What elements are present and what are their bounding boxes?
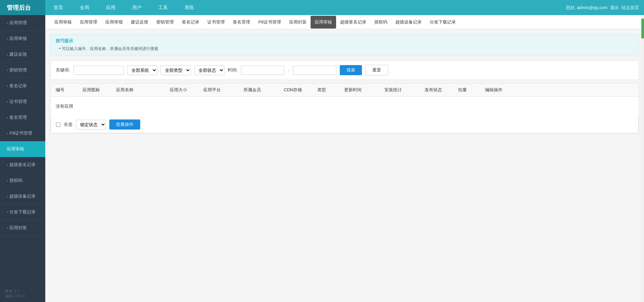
sub-nav-super-sign-record[interactable]: 超级签名记录	[336, 16, 370, 29]
system-select[interactable]: 全部系统	[127, 65, 157, 75]
chevron-icon: ›	[7, 179, 8, 183]
col-id: 编号	[56, 87, 83, 93]
sub-nav-app-review-active[interactable]: 应用审核	[311, 16, 336, 29]
table-container: 编号 应用图标 应用名称 应用大小 应用平台 所属会员 CDN存储 类型 更新时…	[50, 83, 639, 134]
search-button[interactable]: 搜索	[340, 65, 362, 75]
top-nav: 首页 全局 应用 用户 工具 系统	[45, 0, 561, 15]
keyword-label: 关键词:	[56, 67, 70, 73]
sidebar-item-app-packaging[interactable]: › 应用封装	[0, 220, 45, 236]
time-to-input[interactable]	[293, 66, 336, 75]
main-content: 应用审核 应用管理 应用举报 建议反馈 密钥管理 签名记录 证书管理 签名管理 …	[45, 15, 644, 302]
sidebar-item-cert-management[interactable]: › 证书管理	[0, 94, 45, 110]
keyword-input[interactable]	[73, 66, 124, 75]
sidebar-item-label: 超级签名记录	[9, 162, 36, 168]
tips-item: 可以输入编号、应用名称、所属会员等关键词进行搜索	[56, 46, 634, 52]
logout-link[interactable]: 退出	[610, 5, 619, 11]
sidebar-item-sign-management[interactable]: › 签名管理	[0, 110, 45, 125]
nav-system[interactable]: 系统	[176, 0, 202, 15]
site-home-link[interactable]: 站点首页	[622, 5, 639, 11]
status-select[interactable]: 全部状态	[194, 65, 224, 75]
top-header: 管理后台 首页 全局 应用 用户 工具 系统 您好, admin@qq.com …	[0, 0, 644, 15]
chevron-icon: ›	[7, 84, 8, 88]
sidebar-item-label: 授权码	[9, 178, 22, 184]
sidebar-item-auth-code[interactable]: › 授权码	[0, 173, 45, 189]
sidebar-item-label: 应用审核	[7, 146, 24, 152]
sub-nav-auth-code[interactable]: 授权码	[370, 16, 391, 29]
col-operations: 编辑操作	[485, 87, 519, 93]
scrollbar-thumb[interactable]	[641, 18, 644, 39]
col-icon: 应用图标	[83, 87, 116, 93]
nav-global[interactable]: 全局	[71, 0, 98, 15]
chevron-icon: ›	[7, 53, 8, 56]
sub-nav-download-record[interactable]: 分发下载记录	[426, 16, 460, 29]
sidebar-item-feedback[interactable]: › 建议反馈	[0, 47, 45, 62]
table-empty-message: 没有应用	[51, 97, 639, 116]
chevron-icon: ›	[7, 37, 8, 41]
sidebar-item-secret-key[interactable]: › 密钥管理	[0, 62, 45, 78]
batch-operation-button[interactable]: 批量操作	[109, 119, 140, 130]
chevron-icon: ›	[7, 163, 8, 167]
sidebar-item-label: 超级设备记录	[9, 193, 36, 199]
sub-nav-app-report[interactable]: 应用举报	[101, 16, 127, 29]
type-select[interactable]: 全部类型	[161, 65, 191, 75]
sidebar: › 应用管理 › 应用举报 › 建议反馈 › 密钥管理 › 签名记录 › 证书管…	[0, 15, 45, 302]
sub-nav: 应用审核 应用管理 应用举报 建议反馈 密钥管理 签名记录 证书管理 签名管理 …	[45, 15, 644, 29]
sidebar-item-label: 建议反馈	[9, 51, 27, 57]
page-content: 技巧提示 可以输入编号、应用名称、所属会员等关键词进行搜索 关键词: 全部系统 …	[45, 29, 644, 302]
nav-user[interactable]: 用户	[124, 0, 150, 15]
search-bar: 关键词: 全部系统 全部类型 全部状态 时间: - 搜索 重置	[50, 60, 639, 80]
sidebar-item-download-record[interactable]: › 分发下载记录	[0, 204, 45, 220]
col-update-time: 更新时间	[344, 87, 384, 93]
time-label: 时间:	[228, 67, 238, 73]
chevron-icon: ›	[7, 210, 8, 214]
nav-tools[interactable]: 工具	[150, 0, 176, 15]
col-platform: 应用平台	[203, 87, 244, 93]
sub-nav-super-device-record[interactable]: 超级设备记录	[391, 16, 426, 29]
nav-home[interactable]: 首页	[45, 0, 71, 15]
sub-nav-app-management[interactable]: 应用管理	[76, 16, 101, 29]
sub-nav-secret-key[interactable]: 密钥管理	[152, 16, 178, 29]
nav-app[interactable]: 应用	[98, 0, 124, 15]
sidebar-item-label: 证书管理	[9, 99, 27, 105]
col-name: 应用名称	[116, 87, 170, 93]
sub-nav-app-review-1[interactable]: 应用审核	[50, 16, 76, 29]
version-info: 版本: 2.1	[5, 289, 40, 294]
sidebar-item-app-review[interactable]: 应用审核	[0, 141, 45, 157]
sidebar-item-super-sign-record[interactable]: › 超级签名记录	[0, 157, 45, 173]
reset-button[interactable]: 重置	[365, 65, 388, 76]
sidebar-item-sign-record[interactable]: › 签名记录	[0, 78, 45, 94]
sidebar-item-label: 分发下载记录	[9, 209, 36, 215]
chevron-icon: ›	[7, 226, 8, 230]
tips-title: 技巧提示	[56, 38, 634, 44]
sidebar-item-label: 密钥管理	[9, 67, 27, 73]
sub-nav-feedback[interactable]: 建议反馈	[127, 16, 152, 29]
time-from-input[interactable]	[241, 66, 284, 75]
encoding-info: 编码: UTF-8	[5, 294, 40, 299]
chevron-icon: ›	[7, 68, 8, 72]
chevron-icon: ›	[7, 195, 8, 198]
sidebar-item-app-report[interactable]: › 应用举报	[0, 31, 45, 47]
col-publish-status: 发布状态	[425, 87, 458, 93]
sub-nav-p8-cert[interactable]: P8证书管理	[254, 16, 285, 29]
time-separator: -	[288, 68, 289, 73]
layout: › 应用管理 › 应用举报 › 建议反馈 › 密钥管理 › 签名记录 › 证书管…	[0, 15, 644, 302]
sidebar-item-label: 应用封装	[9, 225, 27, 231]
user-info: 您好, admin@qq.com	[566, 5, 607, 11]
chevron-icon: ›	[7, 132, 8, 135]
sub-nav-sign-record[interactable]: 签名记录	[178, 16, 203, 29]
sidebar-item-label: 签名管理	[9, 114, 27, 120]
sub-nav-cert-management[interactable]: 证书管理	[203, 16, 229, 29]
sub-nav-sign-management[interactable]: 签名管理	[229, 16, 254, 29]
sidebar-item-label: 应用举报	[9, 36, 27, 42]
logo: 管理后台	[0, 0, 45, 15]
chevron-icon: ›	[7, 100, 8, 104]
sidebar-item-app-management[interactable]: › 应用管理	[0, 15, 45, 31]
chevron-icon: ›	[7, 116, 8, 119]
select-all-checkbox[interactable]	[56, 122, 60, 127]
sub-nav-app-packaging[interactable]: 应用封装	[285, 16, 311, 29]
table-header: 编号 应用图标 应用名称 应用大小 应用平台 所属会员 CDN存储 类型 更新时…	[51, 84, 639, 97]
sidebar-item-super-device-record[interactable]: › 超级设备记录	[0, 189, 45, 204]
lock-status-select[interactable]: 锁定状态	[76, 120, 106, 130]
scrollbar[interactable]	[641, 15, 644, 302]
sidebar-item-p8-cert[interactable]: › P8证书管理	[0, 125, 45, 141]
